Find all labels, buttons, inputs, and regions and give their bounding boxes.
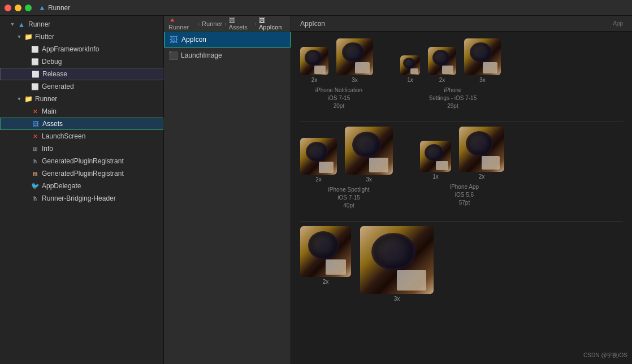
title-bar: ▲ Runner	[0, 0, 632, 16]
sidebar-item-gpregistrant-m[interactable]: ▶ m GeneratedPluginRegistrant	[0, 167, 163, 180]
sidebar-item-label: AppDelegate	[42, 182, 81, 190]
scale-label: 3x	[352, 77, 358, 83]
h-file-icon: h	[31, 157, 40, 166]
asset-title: AppIcon	[300, 20, 325, 28]
icon-image	[400, 55, 420, 75]
x-file-icon: ✕	[31, 107, 40, 116]
h-file-icon: h	[31, 194, 40, 203]
sidebar-item-label: Info	[42, 145, 53, 153]
file-icon: ⬜	[31, 82, 40, 91]
group-label: iPhoneSettings - iOS 7-1529pt	[429, 86, 477, 110]
breadcrumb: 🔺 Runner › Runner › 🖼 Assets › 🖼 AppIcon	[168, 16, 286, 31]
close-button[interactable]	[5, 5, 11, 11]
icon-image	[300, 47, 328, 75]
section-divider-2	[300, 221, 623, 222]
icon-row-1: 2x 3x iPhone NotificationiOS 7-1520pt	[300, 38, 623, 110]
iphone-app-group: 1x 2x iPhone AppiOS 5,657pt	[420, 127, 509, 207]
swift-icon: 🐦	[31, 181, 40, 190]
app-slots: 1x 2x	[420, 127, 509, 180]
chevron-icon: ▼	[9, 21, 16, 27]
runner-icon: ▲	[17, 20, 26, 29]
notification-slots: 2x 3x	[300, 38, 378, 83]
icon-image	[428, 47, 456, 75]
sidebar-item-main[interactable]: ▶ ✕ Main	[0, 105, 163, 118]
middle-item-label: AppIcon	[181, 36, 206, 44]
icon-row-3: 2x 3x	[300, 226, 623, 302]
sidebar-item-appframeworkinfo[interactable]: ▶ ⬜ AppFrameworkInfo	[0, 43, 163, 55]
breadcrumb-assets: 🖼 Assets	[229, 17, 252, 31]
chevron-icon: ▼	[16, 96, 23, 102]
sidebar-item-gpregistrant-h[interactable]: ▶ h GeneratedPluginRegistrant	[0, 155, 163, 167]
main-layout: ▼ ▲ Runner ▼ 📁 Flutter ▶ ⬜ AppFrameworkI…	[0, 16, 632, 364]
iphone-settings-group: 1x 2x 3x iPhoneSettings - iOS	[400, 38, 505, 110]
file-icon: ⬜	[31, 45, 40, 54]
launchimage-icon: ⬛	[168, 51, 178, 60]
group-label: iPhone AppiOS 5,657pt	[450, 183, 479, 207]
asset-viewer: AppIcon App 2x 3	[291, 16, 632, 364]
sidebar-item-label: Runner-Bridging-Header	[42, 194, 116, 202]
sidebar-item-flutter[interactable]: ▼ 📁 Flutter	[0, 31, 163, 43]
icon-image	[300, 138, 337, 175]
scale-label: 1x	[407, 77, 413, 83]
minimize-button[interactable]	[15, 5, 21, 11]
icon-row-2: 2x 3x iPhone SpotlightiOS 7-1540pt	[300, 127, 623, 210]
icon-slot-2x: 2x	[459, 127, 504, 180]
sidebar-item-label: LaunchScreen	[42, 132, 85, 140]
icon-slot-large-3x: 3x	[360, 226, 434, 302]
icon-slot-3x: 3x	[464, 38, 501, 83]
breadcrumb-appicon: 🖼 AppIcon	[259, 17, 286, 31]
icon-image	[345, 127, 393, 175]
spotlight-slots: 2x 3x	[300, 127, 397, 183]
folder-icon: 📁	[24, 32, 33, 41]
breadcrumb-runner: 🔺 Runner	[168, 16, 195, 31]
sidebar-item-bridging-header[interactable]: ▶ h Runner-Bridging-Header	[0, 192, 163, 205]
sidebar-item-label: Runner	[35, 95, 57, 103]
sidebar-item-assets[interactable]: ▶ 🖼 Assets	[0, 118, 163, 130]
traffic-lights	[5, 5, 32, 11]
icon-slot-large-2x: 2x	[300, 226, 351, 285]
assets-icon: 🖼	[31, 119, 40, 128]
section-divider	[300, 122, 623, 122]
sidebar-item-label: Generated	[42, 83, 74, 90]
icon-image	[464, 38, 501, 75]
folder-icon: 📁	[24, 94, 33, 103]
sidebar-item-generated[interactable]: ▶ ⬜ Generated	[0, 80, 163, 93]
sidebar-item-label: GeneratedPluginRegistrant	[42, 170, 124, 177]
m-file-icon: m	[31, 169, 40, 178]
sidebar-item-runner-folder[interactable]: ▼ 📁 Runner	[0, 93, 163, 105]
icon-image	[459, 127, 504, 172]
scale-label: 2x	[479, 174, 485, 180]
asset-header: AppIcon App	[291, 16, 632, 32]
icon-slot-2x: 2x	[428, 47, 456, 83]
sidebar-item-info[interactable]: ▶ ⊞ Info	[0, 142, 163, 155]
file-icon: ⬜	[31, 57, 40, 66]
sidebar-item-root-runner[interactable]: ▼ ▲ Runner	[0, 18, 163, 31]
sidebar: ▼ ▲ Runner ▼ 📁 Flutter ▶ ⬜ AppFrameworkI…	[0, 16, 164, 364]
scale-label: 1x	[432, 174, 439, 180]
scale-label: 2x	[439, 77, 445, 83]
icon-slot-3x: 3x	[345, 127, 393, 183]
appicon-icon: 🖼	[169, 35, 178, 44]
scale-label: 2x	[311, 77, 318, 83]
sidebar-item-release[interactable]: ▶ ⬜ Release	[0, 68, 163, 80]
sidebar-item-label: Runner	[28, 20, 50, 28]
sidebar-item-appdelegate[interactable]: ▶ 🐦 AppDelegate	[0, 180, 163, 192]
sidebar-item-launchscreen[interactable]: ▶ ✕ LaunchScreen	[0, 130, 163, 142]
app-label: App	[613, 20, 623, 27]
sidebar-item-label: Release	[42, 70, 67, 78]
iphone-notification-group: 2x 3x iPhone NotificationiOS 7-1520pt	[300, 38, 378, 110]
scale-label: 3x	[366, 176, 372, 183]
breadcrumb-runner2: Runner	[202, 20, 222, 27]
maximize-button[interactable]	[25, 5, 32, 11]
icon-slot-2x: 2x	[300, 47, 328, 83]
scale-label: 3x	[394, 296, 400, 302]
x-file-icon: ✕	[31, 132, 40, 141]
icon-slot-1x: 1x	[420, 141, 451, 180]
iphone-spotlight-group: 2x 3x iPhone SpotlightiOS 7-1540pt	[300, 127, 397, 210]
scale-label: 2x	[315, 176, 322, 183]
middle-item-launchimage[interactable]: ⬛ LaunchImage	[164, 47, 291, 63]
watermark: CSDN @宇夜iOS	[583, 352, 627, 359]
sidebar-item-label: Debug	[42, 58, 62, 66]
sidebar-item-debug[interactable]: ▶ ⬜ Debug	[0, 55, 163, 68]
middle-item-appicon[interactable]: 🖼 AppIcon	[164, 32, 291, 47]
